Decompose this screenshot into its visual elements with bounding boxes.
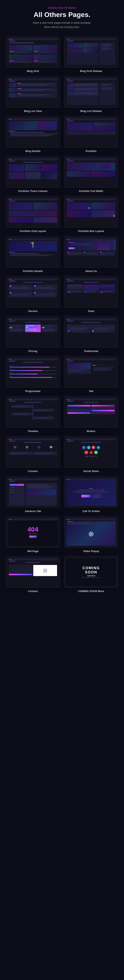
item-label: Portfolio	[86, 150, 96, 153]
item-label: COMING SOON More	[78, 590, 104, 593]
list-item[interactable]: Web Design Development Marketing	[6, 356, 60, 393]
list-item[interactable]: Tab 1 Tab 2 Tab 3	[64, 356, 119, 393]
list-item[interactable]: COMING SOON More pages coming soon COMIN…	[64, 556, 119, 593]
list-item[interactable]: Feature 01 Feature 02 Feature 03 Feature…	[6, 476, 60, 512]
item-label: Blog List Sidebar	[80, 110, 102, 113]
list-item[interactable]: Portfolio Full Width	[64, 156, 119, 192]
item-label: Service	[28, 310, 38, 313]
list-item[interactable]: Blog List View	[6, 76, 60, 113]
item-label: Pricing	[28, 350, 37, 353]
list-item[interactable]: Contact	[6, 556, 60, 593]
item-label: Portfolio Full Width	[79, 189, 103, 192]
subtitle-line2: More demos are coming soon.	[44, 25, 80, 29]
list-item[interactable]: 404 Page Not Found Go Home 404 Page	[6, 516, 60, 553]
item-label: Team	[88, 310, 94, 313]
item-label: Advance Tab	[25, 510, 41, 512]
list-item[interactable]: Learn More	[64, 236, 119, 272]
list-item[interactable]: Timeline	[6, 396, 60, 433]
list-item[interactable]: Portfolio Details	[6, 236, 60, 272]
choose-label: Choose One Of Styles	[4, 6, 120, 9]
item-label: Contact	[28, 590, 38, 593]
item-label: Tab	[89, 390, 93, 393]
item-label: Blog Grid Sidebar	[80, 70, 102, 73]
subtitle-line1: Have a nice Inner pages include in doob …	[33, 21, 91, 24]
item-label: Counter	[28, 469, 38, 473]
list-item[interactable]: Video Popup	[64, 516, 119, 553]
list-item[interactable]: Blog Details	[6, 116, 60, 153]
page-wrapper: Choose One Of Styles All Others Pages. H…	[0, 0, 124, 601]
item-label: Timeline	[28, 430, 38, 433]
list-item[interactable]: Button	[64, 396, 119, 433]
item-label: 404 Page	[27, 550, 39, 553]
list-item[interactable]: Portfolio Box Layout	[64, 196, 119, 232]
item-label: Progressbar	[25, 390, 41, 393]
item-label: Portfolio Grid Layout	[20, 229, 46, 232]
list-item[interactable]: 29 Projects 17 Awards 05 Years	[6, 436, 60, 473]
header-section: Choose One Of Styles All Others Pages. H…	[0, 0, 124, 34]
subtitle: Have a nice Inner pages include in doob …	[4, 21, 120, 29]
item-label: Blog List View	[24, 110, 42, 113]
list-item[interactable]: Blog Grid	[6, 36, 60, 73]
list-item[interactable]: Portfolio Three Column	[6, 156, 60, 192]
list-item[interactable]: Get Started Learn More Call To Action	[64, 476, 119, 512]
item-label: Blog Details	[25, 150, 41, 153]
item-label: Video Popup	[83, 550, 99, 553]
list-item[interactable]: Blog List Sidebar	[64, 76, 119, 113]
list-item[interactable]: f t in in r p w Share	[64, 436, 119, 473]
main-title: All Others Pages.	[4, 11, 120, 18]
list-item[interactable]: Blog Grid Sidebar	[64, 36, 119, 73]
item-label: Portfolio Three Column	[18, 189, 47, 192]
item-label: Portfolio Box Layout	[78, 229, 104, 232]
list-item[interactable]: Portfolio Grid Layout	[6, 196, 60, 232]
list-item[interactable]: $19 $39	[6, 316, 60, 353]
item-label: About Us	[85, 270, 97, 272]
item-label: Portfolio Details	[23, 270, 43, 272]
items-grid: Blog Grid	[0, 34, 124, 601]
list-item[interactable]: Portfolio	[64, 116, 119, 153]
list-item[interactable]: ❝ ❝	[64, 316, 119, 353]
item-label: Button	[87, 430, 95, 433]
list-item[interactable]: Team	[64, 276, 119, 313]
item-label: Testimonial	[84, 350, 98, 353]
item-label: Call To Action	[82, 510, 100, 512]
list-item[interactable]: Service	[6, 276, 60, 313]
item-label: Social Share	[83, 469, 99, 473]
item-label: Blog Grid	[27, 70, 39, 73]
